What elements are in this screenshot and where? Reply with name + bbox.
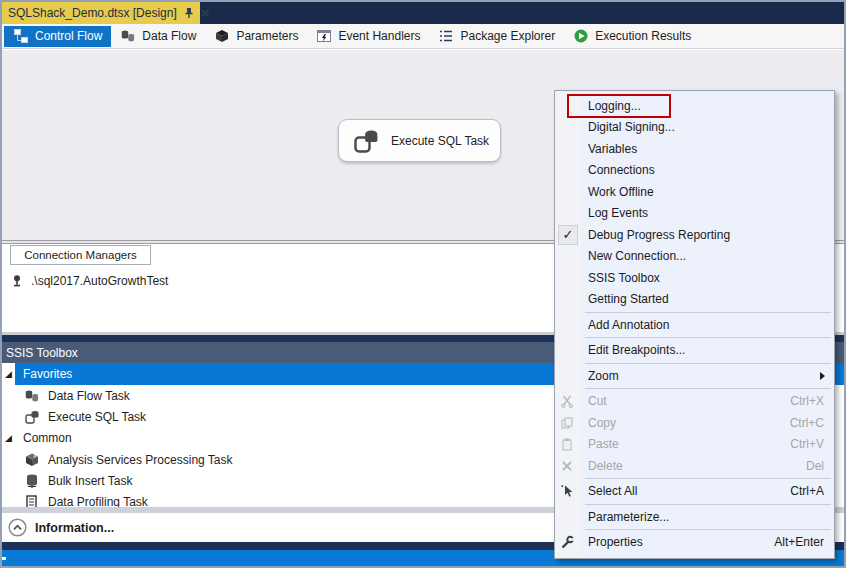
close-icon[interactable]: × [201, 6, 210, 20]
execute-sql-task-node[interactable]: Execute SQL Task [338, 119, 501, 162]
menu-item-label: Connections [588, 163, 824, 177]
menu-item-shortcut: Ctrl+X [790, 394, 824, 408]
toolbox-group-label: Common [18, 431, 72, 445]
delete-icon [560, 459, 574, 473]
menu-item-label: Logging... [588, 99, 824, 113]
menu-item-properties[interactable]: Properties Alt+Enter [555, 532, 834, 554]
connection-manager-item[interactable]: .\sql2017.AutoGrowthTest [10, 274, 168, 288]
menu-item-zoom[interactable]: Zoom [555, 365, 834, 387]
menu-item-ssis-toolbox[interactable]: SSIS Toolbox [555, 267, 834, 289]
menu-item-log-events[interactable]: Log Events [555, 203, 834, 225]
execution-results-icon [573, 28, 589, 44]
menu-item-label: Select All [588, 484, 790, 498]
menu-separator [585, 312, 831, 313]
paste-icon [560, 437, 574, 451]
toolbox-item-label: Data Flow Task [48, 389, 130, 403]
tab-data-flow[interactable]: Data Flow [111, 26, 205, 47]
menu-item-delete[interactable]: Delete Del [555, 455, 834, 477]
data-flow-task-icon [24, 388, 40, 404]
menu-item-copy[interactable]: Copy Ctrl+C [555, 412, 834, 434]
menu-item-parameterize[interactable]: Parameterize... [555, 506, 834, 528]
copy-icon [560, 416, 574, 430]
connection-managers-tab[interactable]: Connection Managers [10, 245, 151, 265]
execute-sql-task-icon [24, 409, 40, 425]
menu-item-shortcut: Ctrl+A [790, 484, 824, 498]
menu-item-work-offline[interactable]: Work Offline [555, 181, 834, 203]
event-handlers-icon [316, 28, 332, 44]
menu-separator [585, 363, 831, 364]
data-profiling-icon [24, 494, 40, 508]
connection-icon [10, 274, 24, 288]
toolbox-item-label: Execute SQL Task [48, 410, 146, 424]
menu-item-label: SSIS Toolbox [588, 271, 824, 285]
menu-item-label: Zoom [588, 369, 824, 383]
tab-label: Control Flow [35, 29, 102, 43]
tab-execution-results[interactable]: Execution Results [564, 26, 700, 47]
execute-sql-task-icon [352, 127, 380, 155]
menu-item-shortcut: Ctrl+V [790, 437, 824, 451]
app-window: SQLShack_Demo.dtsx [Design] × Control Fl… [0, 0, 846, 568]
tab-control-flow[interactable]: Control Flow [4, 26, 111, 47]
menu-item-label: Variables [588, 142, 824, 156]
tab-label: Data Flow [142, 29, 196, 43]
menu-item-variables[interactable]: Variables [555, 138, 834, 160]
menu-separator [585, 388, 831, 389]
menu-item-digital-signing[interactable]: Digital Signing... [555, 117, 834, 139]
menu-item-edit-breakpoints[interactable]: Edit Breakpoints... [555, 340, 834, 362]
menu-item-new-connection[interactable]: New Connection... [555, 246, 834, 268]
menu-item-label: Delete [588, 459, 806, 473]
menu-item-label: Copy [588, 416, 790, 430]
tab-parameters[interactable]: Parameters [205, 26, 307, 47]
package-explorer-icon [438, 28, 454, 44]
document-tab[interactable]: SQLShack_Demo.dtsx [Design] × [2, 2, 200, 24]
menu-item-shortcut: Del [806, 459, 824, 473]
menu-item-label: Add Annotation [588, 318, 824, 332]
menu-separator [585, 504, 831, 505]
menu-item-add-annotation[interactable]: Add Annotation [555, 314, 834, 336]
menu-separator [585, 529, 831, 530]
task-node-label: Execute SQL Task [391, 134, 489, 148]
menu-item-paste[interactable]: Paste Ctrl+V [555, 434, 834, 456]
toolbox-item-label: Bulk Insert Task [48, 474, 132, 488]
toolbox-item-label: Analysis Services Processing Task [48, 453, 233, 467]
tab-label: Execution Results [595, 29, 691, 43]
document-tab-strip: SQLShack_Demo.dtsx [Design] × [2, 2, 844, 24]
tab-event-handlers[interactable]: Event Handlers [307, 26, 429, 47]
menu-item-label: Parameterize... [588, 510, 824, 524]
data-flow-icon [120, 28, 136, 44]
menu-item-shortcut: Alt+Enter [774, 535, 824, 549]
wrench-icon [560, 535, 574, 549]
designer-toolbar: Control Flow Data Flow Parameters Event … [2, 24, 844, 49]
parameters-icon [214, 28, 230, 44]
analysis-services-icon [24, 452, 40, 468]
chevron-up-circle-icon[interactable] [8, 518, 27, 537]
menu-item-label: Getting Started [588, 292, 824, 306]
connection-manager-label: .\sql2017.AutoGrowthTest [31, 274, 168, 288]
status-bar-tick [2, 557, 6, 560]
ssis-toolbox-title: SSIS Toolbox [6, 346, 78, 360]
menu-item-label: Digital Signing... [588, 120, 824, 134]
menu-item-label: Edit Breakpoints... [588, 343, 824, 357]
menu-item-label: New Connection... [588, 249, 824, 263]
toolbox-group-label: Favorites [18, 367, 72, 381]
menu-separator [585, 337, 831, 338]
menu-item-logging[interactable]: Logging... [555, 95, 834, 117]
menu-item-select-all[interactable]: Select All Ctrl+A [555, 481, 834, 503]
tab-package-explorer[interactable]: Package Explorer [429, 26, 564, 47]
menu-item-label: Debug Progress Reporting [588, 228, 824, 242]
menu-item-cut[interactable]: Cut Ctrl+X [555, 391, 834, 413]
submenu-arrow-icon [820, 372, 825, 380]
menu-separator [585, 478, 831, 479]
scissors-icon [560, 394, 574, 408]
menu-item-debug-progress-reporting[interactable]: ✓ Debug Progress Reporting [555, 224, 834, 246]
menu-item-connections[interactable]: Connections [555, 160, 834, 182]
menu-item-getting-started[interactable]: Getting Started [555, 289, 834, 311]
select-all-icon [560, 484, 574, 498]
menu-item-label: Properties [588, 535, 774, 549]
expander-icon[interactable]: ◢ [5, 434, 18, 443]
context-menu: Logging... Digital Signing... Variables … [554, 90, 835, 559]
document-tab-title: SQLShack_Demo.dtsx [Design] [8, 6, 177, 20]
checkmark-icon: ✓ [558, 225, 578, 245]
tab-label: Package Explorer [460, 29, 555, 43]
pin-icon[interactable] [183, 6, 195, 20]
